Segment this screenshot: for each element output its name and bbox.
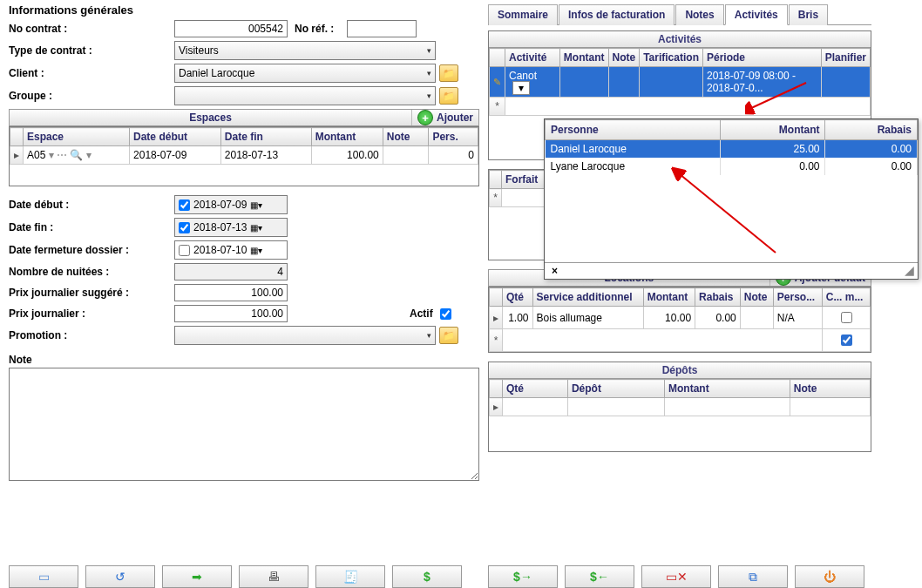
date-fin-value: 2018-07-13 [193, 221, 247, 233]
espaces-grid[interactable]: Espace Date début Date fin Montant Note … [9, 126, 479, 186]
cell-espace: A05 [27, 149, 45, 161]
print-button[interactable]: 🖶 [239, 565, 308, 588]
actif-checkbox[interactable] [440, 308, 451, 320]
receipt-icon: 🧾 [343, 570, 358, 584]
col-service[interactable]: Service additionnel [532, 288, 643, 307]
date-debut-picker[interactable]: 2018-07-09 ▦▾ [174, 195, 288, 214]
folder-icon[interactable]: 📁 [439, 327, 458, 344]
locations-grid[interactable]: Qté Service additionnel Montant Rabais N… [488, 287, 871, 353]
col-depot[interactable]: Dépôt [567, 380, 664, 398]
undo-button[interactable]: ↺ [85, 565, 155, 588]
cell-tarification [640, 67, 703, 98]
label-prix-sugg: Prix journalier suggéré : [9, 287, 174, 299]
col-montant[interactable]: Montant [559, 49, 608, 67]
date-fermeture-picker[interactable]: 2018-07-10 ▦▾ [174, 240, 288, 260]
print-icon: 🖶 [268, 570, 280, 584]
resize-grip-icon[interactable]: ◢ [901, 263, 918, 279]
col-date-fin[interactable]: Date fin [220, 128, 311, 146]
espaces-add-button[interactable]: + Ajouter [411, 110, 478, 125]
col-espace[interactable]: Espace [24, 128, 130, 146]
col-qte[interactable]: Qté [503, 288, 533, 307]
dollar-button[interactable]: $ [392, 565, 462, 588]
groupe-select[interactable]: ▾ [174, 86, 436, 105]
popup-col-rabais[interactable]: Rabais [825, 120, 918, 140]
prix-input[interactable] [174, 305, 288, 322]
export-icon: ➡ [192, 570, 202, 584]
col-c[interactable]: C... m... [822, 288, 870, 307]
label-no-ref: No réf. : [295, 23, 347, 35]
cell-c-checkbox[interactable] [841, 312, 852, 323]
tab-infos-facturation[interactable]: Infos de facturation [559, 4, 675, 25]
depots-title: Dépôts [489, 362, 871, 379]
no-ref-input[interactable] [347, 20, 417, 37]
col-montant[interactable]: Montant [643, 288, 695, 307]
power-button[interactable]: ⏻ [795, 565, 864, 588]
personne-popup[interactable]: Personne Montant Rabais Daniel Larocque … [544, 118, 919, 280]
cell-activite: Canot [509, 70, 537, 82]
cell-c-checkbox[interactable] [841, 335, 852, 346]
file-button[interactable]: ▭ [9, 565, 78, 588]
popup-row[interactable]: Lyane Larocque 0.00 0.00 [546, 158, 918, 175]
col-note[interactable]: Note [740, 288, 773, 307]
popup-row[interactable]: Daniel Larocque 25.00 0.00 [546, 140, 918, 159]
date-debut-check[interactable] [179, 199, 190, 211]
col-periode[interactable]: Période [702, 49, 821, 67]
cell-montant [559, 67, 608, 98]
tabs: Sommaire Infos de facturation Notes Acti… [488, 3, 871, 25]
cancel-button[interactable]: ▭✕ [641, 565, 711, 588]
date-fin-check[interactable] [179, 222, 190, 233]
col-note[interactable]: Note [383, 128, 429, 146]
folder-icon[interactable]: 📁 [439, 87, 458, 105]
table-row[interactable]: ▸ A05 ▾ ⋯ 🔍 ▾ 2018-07-09 2018-07-13 100.… [10, 146, 478, 165]
tab-activites[interactable]: Activités [725, 4, 788, 25]
folder-icon[interactable]: 📁 [439, 64, 458, 82]
col-tarification[interactable]: Tarification [640, 49, 703, 67]
receipt-button[interactable]: 🧾 [315, 565, 385, 588]
calendar-icon: ▦▾ [250, 200, 262, 210]
col-montant[interactable]: Montant [665, 380, 790, 398]
col-note[interactable]: Note [608, 49, 640, 67]
label-nb-nuitees: Nombre de nuitées : [9, 266, 174, 278]
depots-grid[interactable]: Dépôts Qté Dépôt Montant Note ▸ [488, 362, 871, 452]
prix-sugg-input[interactable] [174, 284, 288, 301]
col-rabais[interactable]: Rabais [695, 288, 741, 307]
note-textarea[interactable] [9, 368, 479, 481]
client-value: Daniel Larocque [179, 67, 254, 79]
col-date-debut[interactable]: Date début [130, 128, 221, 146]
tab-sommaire[interactable]: Sommaire [488, 4, 558, 25]
col-activite[interactable]: Activité [505, 49, 560, 67]
col-perso[interactable]: Perso... [773, 288, 822, 307]
dollar-left-button[interactable]: $← [565, 565, 634, 588]
col-montant[interactable]: Montant [311, 128, 383, 146]
date-fermeture-check[interactable] [179, 245, 190, 256]
type-contrat-select[interactable]: Visiteurs ▾ [174, 41, 436, 60]
col-pers[interactable]: Pers. [429, 128, 478, 146]
client-select[interactable]: Daniel Larocque ▾ [174, 64, 436, 83]
dollar-right-button[interactable]: $→ [488, 565, 558, 588]
copy-button[interactable]: ⧉ [718, 565, 788, 588]
pencil-icon: ✎ [493, 77, 501, 87]
tab-notes[interactable]: Notes [675, 4, 723, 25]
col-planifier[interactable]: Planifier [821, 49, 870, 67]
popup-col-personne[interactable]: Personne [546, 120, 721, 140]
table-row[interactable]: ✎ Canot ▾ 2018-07-09 08:00 - 2018-07-0..… [490, 67, 871, 98]
label-date-fin: Date fin : [9, 221, 174, 233]
cell-note [608, 67, 640, 98]
promotion-select[interactable]: ▾ [174, 326, 436, 345]
export-button[interactable]: ➡ [162, 565, 232, 588]
popup-close-button[interactable]: × [545, 263, 565, 279]
date-fin-picker[interactable]: 2018-07-13 ▦▾ [174, 218, 288, 237]
col-note[interactable]: Note [790, 380, 870, 398]
label-note: Note [9, 354, 479, 366]
no-contrat-input[interactable] [174, 20, 288, 37]
table-row[interactable]: ▸ 1.00 Bois allumage 10.00 0.00 N/A [490, 307, 871, 329]
col-qte[interactable]: Qté [503, 380, 568, 398]
popup-cell-personne: Lyane Larocque [546, 158, 721, 175]
date-debut-value: 2018-07-09 [193, 199, 247, 211]
espaces-add-label: Ajouter [437, 112, 473, 124]
cell-qte: 1.00 [503, 307, 533, 329]
popup-col-montant[interactable]: Montant [721, 120, 825, 140]
tab-bris[interactable]: Bris [789, 4, 828, 25]
popup-cell-rabais: 0.00 [825, 158, 918, 175]
cell-planifier [821, 67, 870, 98]
